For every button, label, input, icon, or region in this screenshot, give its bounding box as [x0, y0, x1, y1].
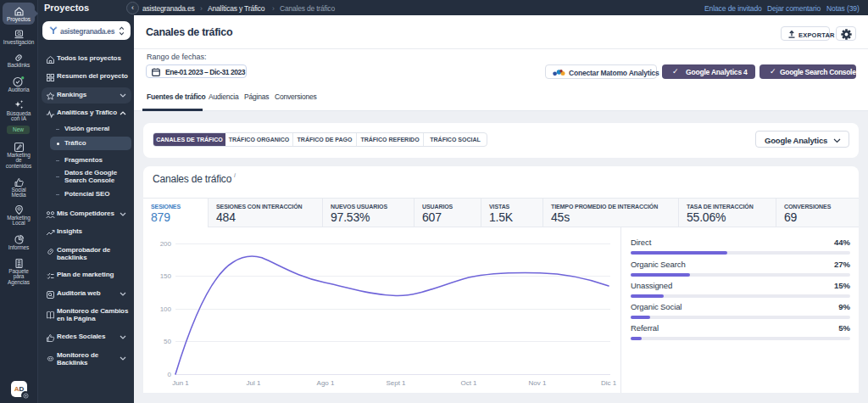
- svg-text:Jun 1: Jun 1: [172, 379, 189, 387]
- svg-text:50: 50: [164, 338, 171, 345]
- svg-text:Jul 1: Jul 1: [247, 379, 261, 387]
- svg-text:Ago 1: Ago 1: [317, 379, 335, 387]
- svg-text:Nov 1: Nov 1: [529, 379, 547, 387]
- svg-text:Oct 1: Oct 1: [460, 379, 477, 387]
- svg-text:200: 200: [160, 240, 172, 248]
- svg-text:Sept 1: Sept 1: [386, 379, 406, 387]
- svg-text:0: 0: [168, 371, 172, 378]
- svg-text:150: 150: [160, 272, 172, 280]
- svg-text:100: 100: [160, 305, 172, 313]
- svg-text:Dic 1: Dic 1: [601, 379, 617, 387]
